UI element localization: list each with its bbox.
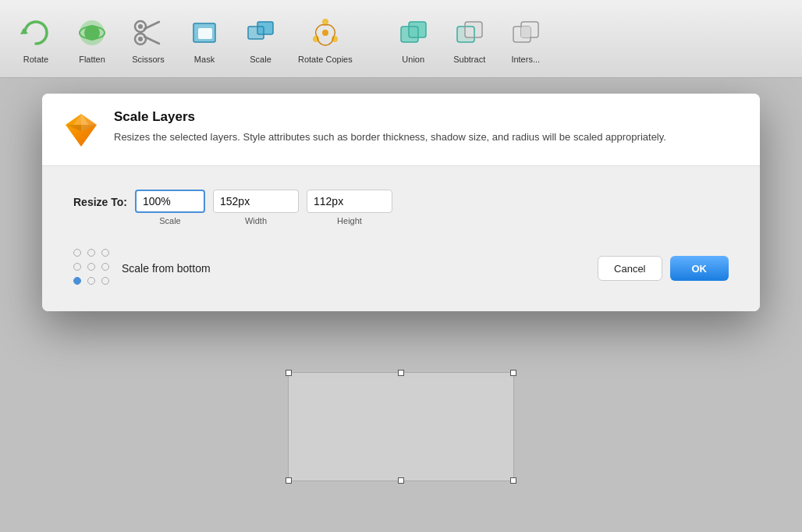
scale-input[interactable]: [135, 190, 205, 213]
dialog-title: Scale Layers: [114, 109, 666, 125]
cancel-button[interactable]: Cancel: [598, 256, 662, 281]
dialog-header: Scale Layers Resizes the selected layers…: [42, 94, 760, 166]
svg-point-8: [138, 24, 143, 29]
dialog-header-text: Scale Layers Resizes the selected layers…: [114, 109, 666, 145]
width-input[interactable]: [213, 190, 299, 213]
width-field-label: Width: [245, 216, 267, 225]
sketch-logo: [61, 109, 101, 150]
flatten-icon: [73, 14, 111, 51]
flatten-label: Flatten: [79, 55, 105, 64]
scale-icon: [242, 14, 279, 51]
svg-rect-22: [409, 22, 426, 37]
scale-origin-label: Scale from bottom: [122, 262, 211, 275]
dot-0-1[interactable]: [87, 249, 95, 257]
height-field-group: Height: [307, 190, 392, 225]
toolbar-item-rotate-copies[interactable]: Rotate Copies: [289, 8, 362, 70]
subtract-icon: [451, 14, 488, 51]
height-input[interactable]: [307, 190, 392, 213]
rotate-label: Rotate: [23, 55, 48, 64]
rotate-copies-label: Rotate Copies: [298, 55, 353, 64]
intersect-icon: [507, 14, 545, 51]
resize-row: Resize To: Scale Width Height: [73, 190, 729, 225]
dot-1-2[interactable]: [101, 263, 109, 271]
button-row: Cancel OK: [598, 256, 729, 281]
svg-point-9: [138, 37, 143, 41]
svg-rect-26: [465, 22, 482, 37]
toolbar-item-rotate[interactable]: Rotate: [8, 8, 64, 70]
dialog-description: Resizes the selected layers. Style attri…: [114, 129, 666, 145]
mask-label: Mask: [194, 55, 215, 64]
scale-field-group: Scale: [135, 190, 205, 225]
scale-origin: Scale from bottom: [73, 249, 211, 288]
bottom-row: Scale from bottom Cancel OK: [73, 249, 729, 288]
toolbar-item-subtract[interactable]: Subtract: [442, 8, 498, 70]
width-field-group: Width: [213, 190, 299, 225]
dialog-body: Resize To: Scale Width Height: [42, 166, 760, 311]
svg-rect-11: [198, 28, 212, 39]
scissors-icon: [130, 14, 167, 51]
subtract-label: Subtract: [453, 55, 485, 64]
scale-field-label: Scale: [159, 216, 181, 225]
dot-2-1[interactable]: [87, 277, 95, 285]
dot-1-0[interactable]: [73, 263, 81, 271]
toolbar-item-mask[interactable]: Mask: [176, 8, 232, 70]
dot-1-1[interactable]: [87, 263, 95, 271]
mask-icon: [186, 14, 223, 51]
scissors-label: Scissors: [132, 55, 165, 64]
union-label: Union: [402, 55, 424, 64]
dot-0-0[interactable]: [73, 249, 81, 257]
intersect-label: Inters...: [511, 55, 540, 64]
rotate-copies-icon: [307, 14, 344, 51]
dot-2-0[interactable]: [73, 277, 81, 285]
rotate-icon: [17, 14, 55, 51]
scale-label: Scale: [250, 55, 271, 64]
toolbar-item-intersect[interactable]: Inters...: [498, 8, 554, 70]
toolbar: Rotate Flatten Scissors: [0, 0, 802, 78]
svg-point-17: [322, 30, 328, 36]
svg-point-18: [322, 19, 328, 25]
ok-button[interactable]: OK: [670, 256, 729, 281]
dot-grid: [73, 249, 112, 288]
union-icon: [395, 14, 432, 51]
resize-label: Resize To:: [73, 196, 127, 208]
toolbar-item-union[interactable]: Union: [385, 8, 442, 70]
dialog-overlay: Scale Layers Resizes the selected layers…: [0, 78, 802, 532]
toolbar-item-scale[interactable]: Scale: [232, 8, 289, 70]
svg-rect-31: [521, 27, 531, 37]
height-field-label: Height: [337, 216, 362, 225]
toolbar-item-flatten[interactable]: Flatten: [64, 8, 120, 70]
toolbar-item-scissors[interactable]: Scissors: [120, 8, 176, 70]
dot-2-2[interactable]: [101, 277, 109, 285]
svg-rect-14: [257, 22, 273, 34]
scale-layers-dialog: Scale Layers Resizes the selected layers…: [42, 94, 760, 311]
dot-0-2[interactable]: [101, 249, 109, 257]
